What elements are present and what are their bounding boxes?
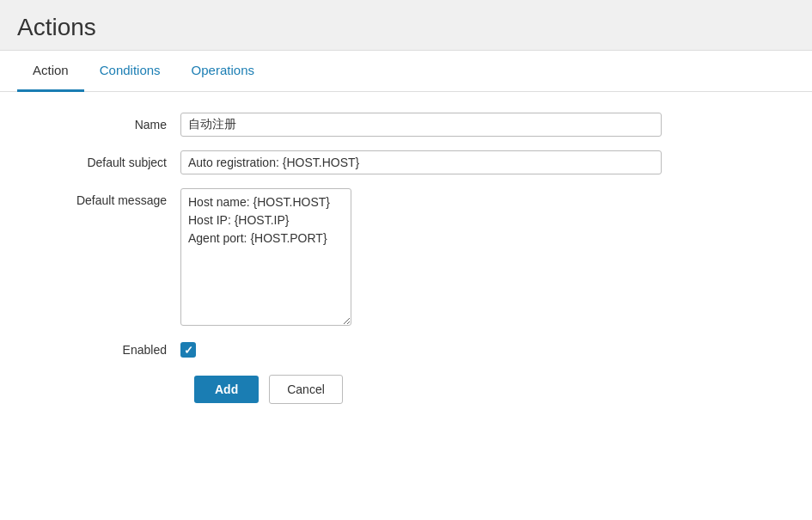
enabled-checkbox[interactable] xyxy=(180,342,196,358)
default-subject-label: Default subject xyxy=(26,150,180,169)
page-wrapper: Actions Action Conditions Operations Nam… xyxy=(0,0,812,520)
name-row: Name xyxy=(26,113,786,137)
add-button[interactable]: Add xyxy=(194,376,259,403)
default-message-row: Default message Host name: {HOST.HOST} H… xyxy=(26,188,786,328)
button-row: Add Cancel xyxy=(26,375,786,404)
main-content: Action Conditions Operations Name Defaul… xyxy=(0,51,812,520)
cancel-button[interactable]: Cancel xyxy=(269,375,343,404)
default-message-container: Host name: {HOST.HOST} Host IP: {HOST.IP… xyxy=(180,188,662,328)
name-input[interactable] xyxy=(180,113,662,137)
default-subject-input[interactable] xyxy=(180,150,662,174)
default-message-textarea[interactable]: Host name: {HOST.HOST} Host IP: {HOST.IP… xyxy=(180,188,351,326)
tab-operations[interactable]: Operations xyxy=(176,51,270,92)
tabs-bar: Action Conditions Operations xyxy=(0,51,812,92)
name-label: Name xyxy=(26,113,180,132)
enabled-row: Enabled xyxy=(26,342,786,358)
default-message-label: Default message xyxy=(26,188,180,207)
default-subject-row: Default subject xyxy=(26,150,786,174)
page-title: Actions xyxy=(17,14,795,41)
form-area: Name Default subject Default message Hos… xyxy=(0,92,812,520)
tab-conditions[interactable]: Conditions xyxy=(84,51,176,92)
enabled-label: Enabled xyxy=(26,343,180,357)
tab-action[interactable]: Action xyxy=(17,51,84,92)
enabled-checkbox-wrapper xyxy=(180,342,196,358)
page-header: Actions xyxy=(0,0,812,51)
